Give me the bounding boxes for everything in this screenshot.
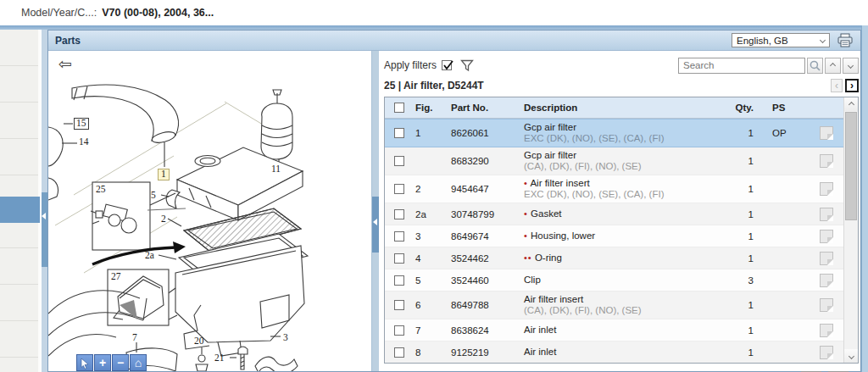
table-scrollbar[interactable] bbox=[843, 97, 858, 363]
next-page-button[interactable]: › bbox=[845, 79, 859, 92]
language-select-value: English, GB bbox=[737, 36, 788, 46]
left-sidebar bbox=[0, 30, 40, 372]
table-row[interactable]: 29454647• Air filter insertEXC (DK), (NO… bbox=[385, 175, 843, 203]
fig-cell: 3 bbox=[414, 231, 449, 242]
note-icon[interactable] bbox=[820, 208, 833, 221]
diagram-label-21: 21 bbox=[214, 353, 225, 364]
row-checkbox[interactable] bbox=[394, 300, 404, 310]
diagram-label-25: 25 bbox=[96, 185, 106, 195]
parts-table-body: 18626061Gcp air filterEXC (DK), (NO), (S… bbox=[385, 119, 843, 363]
part-no-cell: 8649788 bbox=[449, 300, 522, 310]
select-all-checkbox[interactable] bbox=[394, 103, 404, 113]
qty-cell: 1 bbox=[713, 253, 762, 264]
row-checkbox[interactable] bbox=[394, 184, 404, 194]
diagram-label-20: 20 bbox=[194, 336, 204, 347]
search-prev-button[interactable] bbox=[825, 58, 841, 74]
part-no-cell: 3524462 bbox=[449, 253, 522, 264]
note-icon[interactable] bbox=[820, 324, 833, 337]
section-subheader: 25 | Air filter, D5244T ‹ › bbox=[384, 77, 859, 94]
print-button[interactable] bbox=[837, 33, 854, 47]
funnel-icon bbox=[460, 59, 474, 72]
part-no-cell: 3524460 bbox=[449, 275, 522, 286]
check-icon bbox=[442, 59, 454, 71]
zoom-out-button[interactable]: − bbox=[112, 354, 129, 371]
language-select[interactable]: English, GB bbox=[732, 33, 830, 47]
prev-page-button[interactable]: ‹ bbox=[831, 79, 843, 92]
fig-cell: 5 bbox=[414, 275, 449, 286]
note-icon[interactable] bbox=[820, 154, 833, 168]
supersession-bullet-icon: • bbox=[524, 178, 528, 188]
filter-funnel-button[interactable] bbox=[460, 59, 474, 72]
zoom-in-button[interactable]: + bbox=[94, 354, 111, 371]
scroll-down-button[interactable] bbox=[844, 349, 858, 363]
row-checkbox[interactable] bbox=[394, 231, 404, 242]
search-button[interactable] bbox=[807, 58, 823, 74]
table-row[interactable]: 2a30748799• Gasket1 bbox=[385, 203, 843, 225]
back-arrow-icon[interactable]: ⇦ bbox=[58, 56, 72, 72]
chevron-up-icon bbox=[848, 101, 854, 107]
supersession-bullet-icon: • bbox=[524, 230, 528, 241]
col-description: Description bbox=[522, 103, 713, 113]
home-button[interactable]: ⌂ bbox=[130, 354, 147, 371]
cursor-tool-button[interactable] bbox=[76, 354, 93, 371]
table-row[interactable]: 38649674• Housing, lower1 bbox=[385, 225, 843, 247]
table-header-row: Fig. Part No. Description Qty. PS bbox=[385, 97, 843, 119]
row-checkbox[interactable] bbox=[394, 209, 404, 219]
search-input[interactable] bbox=[678, 58, 805, 74]
fig-cell: 4 bbox=[414, 253, 449, 264]
part-no-cell: 9454647 bbox=[449, 184, 522, 194]
row-checkbox[interactable] bbox=[394, 325, 404, 336]
col-part-no: Part No. bbox=[449, 103, 522, 113]
part-no-cell: 8649674 bbox=[449, 231, 522, 242]
parts-table: Fig. Part No. Description Qty. PS 186260… bbox=[384, 97, 859, 364]
row-checkbox[interactable] bbox=[394, 253, 404, 264]
sidebar-item[interactable] bbox=[0, 321, 38, 358]
window-right-border bbox=[861, 25, 868, 372]
table-row[interactable]: 43524462•• O-ring1 bbox=[385, 247, 843, 269]
row-checkbox[interactable] bbox=[394, 275, 404, 286]
search-next-button[interactable] bbox=[843, 58, 859, 74]
table-row[interactable]: 78638624Air inlet1 bbox=[385, 319, 843, 341]
scrollbar-thumb[interactable] bbox=[845, 112, 857, 220]
part-no-cell: 9125219 bbox=[449, 347, 522, 358]
row-checkbox[interactable] bbox=[394, 347, 404, 358]
description-cell: •• O-ring bbox=[522, 253, 713, 264]
note-icon[interactable] bbox=[820, 230, 833, 243]
row-checkbox[interactable] bbox=[394, 156, 404, 166]
sidebar-item[interactable] bbox=[0, 285, 38, 321]
supersession-bullet-icon: •• bbox=[524, 253, 532, 263]
note-icon[interactable] bbox=[820, 346, 833, 359]
diagram-label-5: 5 bbox=[151, 191, 156, 201]
sidebar-splitter-handle[interactable] bbox=[42, 192, 47, 267]
panel-splitter[interactable] bbox=[371, 51, 379, 371]
scroll-up-button[interactable] bbox=[844, 97, 858, 111]
note-icon[interactable] bbox=[820, 252, 833, 265]
table-row[interactable]: 53524460Clip3 bbox=[385, 269, 843, 291]
results-footer: Found hits: 29, limit 100 bbox=[384, 369, 859, 372]
table-row[interactable]: 68649788Air filter insert(CA), (DK), (FI… bbox=[385, 291, 843, 319]
note-icon[interactable] bbox=[820, 126, 833, 140]
sidebar-item[interactable] bbox=[0, 248, 38, 285]
sidebar-splitter[interactable] bbox=[42, 30, 47, 372]
exploded-view-drawing bbox=[48, 51, 371, 371]
description-cell: • Housing, lower bbox=[522, 230, 713, 242]
note-icon[interactable] bbox=[820, 182, 833, 196]
table-row[interactable]: 8683290Gcp air filter(CA), (DK), (FI), (… bbox=[385, 147, 843, 175]
note-icon[interactable] bbox=[820, 298, 833, 312]
diagram-panel: ⇦ bbox=[48, 51, 371, 371]
sidebar-selected-item[interactable] bbox=[0, 197, 40, 223]
table-row[interactable]: 18626061Gcp air filterEXC (DK), (NO), (S… bbox=[385, 119, 843, 147]
sidebar-item[interactable] bbox=[0, 66, 38, 103]
page-title: Parts bbox=[55, 35, 81, 47]
chevron-down-icon bbox=[848, 353, 854, 358]
qty-cell: 1 bbox=[713, 184, 762, 194]
sidebar-item[interactable] bbox=[0, 139, 38, 175]
part-no-cell: 8638624 bbox=[449, 325, 522, 336]
row-checkbox[interactable] bbox=[394, 128, 404, 138]
sidebar-item[interactable] bbox=[0, 103, 38, 139]
qty-cell: 1 bbox=[713, 156, 762, 166]
table-row[interactable]: 89125219Air inlet1 bbox=[385, 341, 843, 363]
sidebar-item[interactable] bbox=[0, 30, 38, 66]
note-icon[interactable] bbox=[820, 274, 833, 287]
apply-filters-checkbox[interactable] bbox=[442, 60, 452, 70]
